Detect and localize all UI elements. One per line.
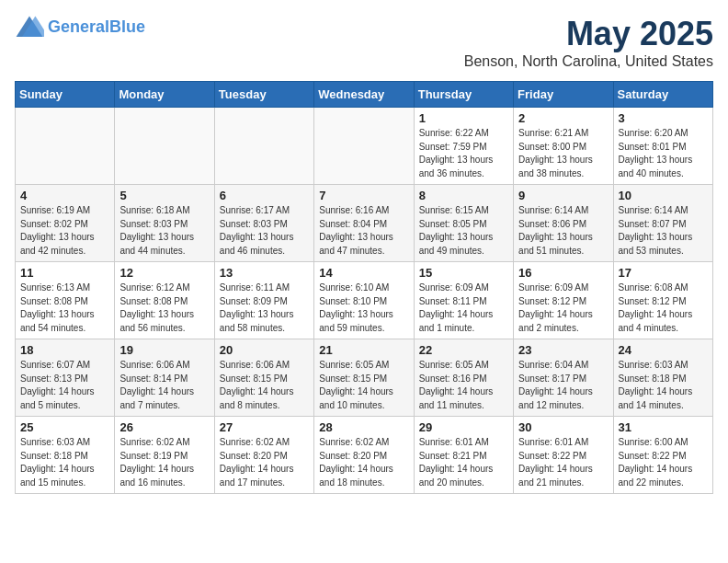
day-number: 11 — [20, 266, 109, 280]
calendar-week-5: 25Sunrise: 6:03 AMSunset: 8:18 PMDayligh… — [16, 417, 713, 494]
day-number: 24 — [619, 343, 708, 357]
day-number: 17 — [619, 266, 708, 280]
day-info: Sunrise: 6:09 AMSunset: 8:12 PMDaylight:… — [518, 282, 608, 335]
calendar-cell: 9Sunrise: 6:14 AMSunset: 8:06 PMDaylight… — [514, 185, 613, 262]
calendar-cell: 25Sunrise: 6:03 AMSunset: 8:18 PMDayligh… — [16, 417, 115, 494]
day-number: 30 — [518, 420, 608, 434]
day-number: 8 — [419, 189, 508, 202]
day-number: 28 — [319, 420, 408, 434]
day-info: Sunrise: 6:05 AMSunset: 8:15 PMDaylight:… — [319, 359, 408, 412]
logo-icon — [15, 15, 44, 40]
calendar-cell: 24Sunrise: 6:03 AMSunset: 8:18 PMDayligh… — [613, 339, 712, 417]
day-info: Sunrise: 6:12 AMSunset: 8:08 PMDaylight:… — [119, 282, 209, 335]
weekday-header-monday: Monday — [115, 82, 214, 108]
day-number: 14 — [319, 266, 408, 280]
calendar-cell: 15Sunrise: 6:09 AMSunset: 8:11 PMDayligh… — [414, 262, 513, 339]
calendar-week-4: 18Sunrise: 6:07 AMSunset: 8:13 PMDayligh… — [16, 339, 713, 417]
weekday-row: SundayMondayTuesdayWednesdayThursdayFrid… — [16, 82, 713, 108]
day-info: Sunrise: 6:01 AMSunset: 8:22 PMDaylight:… — [518, 436, 608, 489]
day-info: Sunrise: 6:16 AMSunset: 8:04 PMDaylight:… — [319, 204, 408, 258]
day-number: 29 — [419, 420, 508, 434]
calendar-cell — [214, 108, 313, 185]
calendar-cell — [115, 108, 214, 185]
day-info: Sunrise: 6:15 AMSunset: 8:05 PMDaylight:… — [419, 204, 508, 258]
day-info: Sunrise: 6:09 AMSunset: 8:11 PMDaylight:… — [419, 282, 508, 335]
weekday-header-wednesday: Wednesday — [314, 82, 414, 108]
day-number: 5 — [119, 189, 209, 202]
day-number: 7 — [319, 189, 408, 202]
calendar-cell: 14Sunrise: 6:10 AMSunset: 8:10 PMDayligh… — [314, 262, 414, 339]
day-number: 10 — [619, 189, 708, 202]
day-number: 1 — [419, 111, 508, 125]
day-info: Sunrise: 6:06 AMSunset: 8:14 PMDaylight:… — [119, 359, 209, 412]
day-info: Sunrise: 6:11 AMSunset: 8:09 PMDaylight:… — [220, 282, 309, 335]
day-info: Sunrise: 6:21 AMSunset: 8:00 PMDaylight:… — [518, 127, 608, 180]
day-info: Sunrise: 6:02 AMSunset: 8:19 PMDaylight:… — [119, 436, 209, 489]
calendar-cell: 29Sunrise: 6:01 AMSunset: 8:21 PMDayligh… — [414, 417, 513, 494]
page-header: GeneralBlue May 2025 Benson, North Carol… — [15, 15, 713, 70]
calendar-cell: 18Sunrise: 6:07 AMSunset: 8:13 PMDayligh… — [16, 339, 115, 417]
day-info: Sunrise: 6:14 AMSunset: 8:06 PMDaylight:… — [518, 204, 608, 258]
weekday-header-friday: Friday — [514, 82, 613, 108]
calendar-cell: 10Sunrise: 6:14 AMSunset: 8:07 PMDayligh… — [613, 185, 712, 262]
calendar-cell: 6Sunrise: 6:17 AMSunset: 8:03 PMDaylight… — [214, 185, 313, 262]
day-info: Sunrise: 6:03 AMSunset: 8:18 PMDaylight:… — [619, 359, 708, 412]
day-number: 16 — [518, 266, 608, 280]
calendar-cell: 11Sunrise: 6:13 AMSunset: 8:08 PMDayligh… — [16, 262, 115, 339]
logo: GeneralBlue — [15, 15, 145, 40]
calendar-week-2: 4Sunrise: 6:19 AMSunset: 8:02 PMDaylight… — [16, 185, 713, 262]
weekday-header-tuesday: Tuesday — [214, 82, 313, 108]
day-info: Sunrise: 6:18 AMSunset: 8:03 PMDaylight:… — [119, 204, 209, 258]
day-number: 15 — [419, 266, 508, 280]
day-info: Sunrise: 6:07 AMSunset: 8:13 PMDaylight:… — [20, 359, 109, 412]
title-block: May 2025 Benson, North Carolina, United … — [464, 15, 713, 70]
calendar-cell: 27Sunrise: 6:02 AMSunset: 8:20 PMDayligh… — [214, 417, 313, 494]
day-info: Sunrise: 6:08 AMSunset: 8:12 PMDaylight:… — [619, 282, 708, 335]
calendar-cell: 4Sunrise: 6:19 AMSunset: 8:02 PMDaylight… — [16, 185, 115, 262]
weekday-header-sunday: Sunday — [16, 82, 115, 108]
calendar-week-3: 11Sunrise: 6:13 AMSunset: 8:08 PMDayligh… — [16, 262, 713, 339]
day-info: Sunrise: 6:06 AMSunset: 8:15 PMDaylight:… — [220, 359, 309, 412]
day-info: Sunrise: 6:00 AMSunset: 8:22 PMDaylight:… — [619, 436, 708, 489]
day-info: Sunrise: 6:02 AMSunset: 8:20 PMDaylight:… — [220, 436, 309, 489]
calendar-cell: 20Sunrise: 6:06 AMSunset: 8:15 PMDayligh… — [214, 339, 313, 417]
day-info: Sunrise: 6:05 AMSunset: 8:16 PMDaylight:… — [419, 359, 508, 412]
day-number: 31 — [619, 420, 708, 434]
day-number: 25 — [20, 420, 109, 434]
logo-text: GeneralBlue — [48, 17, 145, 38]
calendar-cell: 16Sunrise: 6:09 AMSunset: 8:12 PMDayligh… — [514, 262, 613, 339]
calendar-cell: 2Sunrise: 6:21 AMSunset: 8:00 PMDaylight… — [514, 108, 613, 185]
day-info: Sunrise: 6:17 AMSunset: 8:03 PMDaylight:… — [220, 204, 309, 258]
calendar-table: SundayMondayTuesdayWednesdayThursdayFrid… — [15, 81, 713, 494]
day-number: 22 — [419, 343, 508, 357]
day-info: Sunrise: 6:04 AMSunset: 8:17 PMDaylight:… — [518, 359, 608, 412]
day-number: 19 — [119, 343, 209, 357]
day-number: 4 — [20, 189, 109, 202]
calendar-cell: 31Sunrise: 6:00 AMSunset: 8:22 PMDayligh… — [613, 417, 712, 494]
day-info: Sunrise: 6:03 AMSunset: 8:18 PMDaylight:… — [20, 436, 109, 489]
day-info: Sunrise: 6:20 AMSunset: 8:01 PMDaylight:… — [619, 127, 708, 180]
calendar-cell: 5Sunrise: 6:18 AMSunset: 8:03 PMDaylight… — [115, 185, 214, 262]
day-number: 13 — [220, 266, 309, 280]
day-number: 9 — [518, 189, 608, 202]
day-info: Sunrise: 6:22 AMSunset: 7:59 PMDaylight:… — [419, 127, 508, 180]
calendar-cell: 13Sunrise: 6:11 AMSunset: 8:09 PMDayligh… — [214, 262, 313, 339]
weekday-header-thursday: Thursday — [414, 82, 513, 108]
day-number: 26 — [119, 420, 209, 434]
calendar-cell — [16, 108, 115, 185]
calendar-body: 1Sunrise: 6:22 AMSunset: 7:59 PMDaylight… — [16, 108, 713, 494]
day-info: Sunrise: 6:02 AMSunset: 8:20 PMDaylight:… — [319, 436, 408, 489]
calendar-cell: 12Sunrise: 6:12 AMSunset: 8:08 PMDayligh… — [115, 262, 214, 339]
logo-line2: Blue — [109, 17, 145, 36]
calendar-cell: 17Sunrise: 6:08 AMSunset: 8:12 PMDayligh… — [613, 262, 712, 339]
calendar-cell: 7Sunrise: 6:16 AMSunset: 8:04 PMDaylight… — [314, 185, 414, 262]
day-info: Sunrise: 6:19 AMSunset: 8:02 PMDaylight:… — [20, 204, 109, 258]
calendar-cell: 23Sunrise: 6:04 AMSunset: 8:17 PMDayligh… — [514, 339, 613, 417]
calendar-cell: 3Sunrise: 6:20 AMSunset: 8:01 PMDaylight… — [613, 108, 712, 185]
day-number: 20 — [220, 343, 309, 357]
calendar-cell — [314, 108, 414, 185]
calendar-header: SundayMondayTuesdayWednesdayThursdayFrid… — [16, 82, 713, 108]
day-number: 3 — [619, 111, 708, 125]
day-number: 6 — [220, 189, 309, 202]
calendar-cell: 30Sunrise: 6:01 AMSunset: 8:22 PMDayligh… — [514, 417, 613, 494]
